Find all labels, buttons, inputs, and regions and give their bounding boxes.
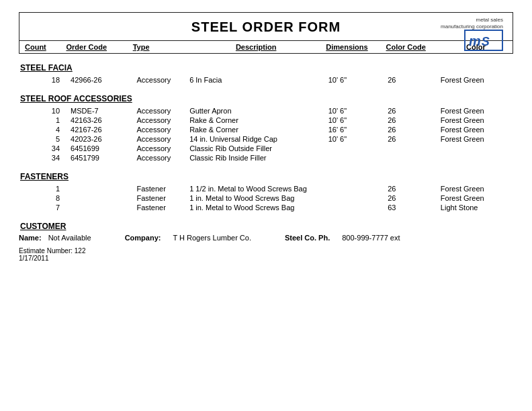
cell-type: Accessory (136, 135, 189, 143)
cell-color: Forest Green (441, 135, 513, 143)
cell-count: 1 (24, 185, 71, 193)
section-title-fasteners: FASTENERS (19, 172, 513, 181)
cell-colorcode: 26 (388, 116, 441, 124)
company-label: Company: (125, 234, 161, 242)
cell-type: Accessory (136, 126, 189, 134)
cell-description: 6 In Facia (189, 76, 328, 84)
cell-dimensions: 16' 6" (328, 126, 388, 134)
cell-color: Forest Green (441, 194, 513, 202)
estimate-section: Estimate Number: 122 1/17/2011 (19, 247, 513, 262)
cell-colorcode: 63 (388, 203, 441, 212)
table-row: 346451799AccessoryClassic Rib Inside Fil… (24, 153, 513, 163)
cell-type: Accessory (136, 154, 189, 162)
estimate-number-line: Estimate Number: 122 (19, 247, 513, 255)
col-header-colorcode: Color Code (386, 43, 439, 51)
name-label: Name: (19, 234, 42, 242)
header-box: STEEL ORDER FORM metal sales manufacturi… (19, 12, 513, 41)
cell-dimensions: 10' 6" (328, 135, 388, 143)
cell-ordercode: MSDE-7 (71, 107, 136, 115)
cell-color: Forest Green (441, 116, 513, 124)
cell-count: 1 (24, 116, 71, 124)
estimate-number-value: 122 (75, 247, 86, 255)
cell-ordercode: 6451699 (71, 144, 136, 152)
logo-area: metal sales manufacturing corporation mS (441, 17, 503, 51)
cell-description: 14 in. Universal Ridge Cap (189, 135, 328, 143)
cell-description: Rake & Corner (189, 116, 328, 124)
form-title: STEEL ORDER FORM (26, 19, 506, 35)
table-row: 8Fastener1 in. Metal to Wood Screws Bag2… (24, 193, 513, 203)
cell-type: Accessory (136, 76, 189, 84)
name-value: Not Available (48, 234, 91, 242)
customer-title: CUSTOMER (19, 222, 513, 231)
col-header-type: Type (133, 43, 186, 51)
cell-description: Rake & Corner (189, 126, 328, 134)
rows-steel-roof-accessories: 10MSDE-7AccessoryGutter Apron10' 6"26For… (19, 106, 513, 163)
table-row: 10MSDE-7AccessoryGutter Apron10' 6"26For… (24, 106, 513, 116)
cell-color: Forest Green (441, 126, 513, 134)
cell-ordercode: 6451799 (71, 154, 136, 162)
cell-colorcode: 26 (388, 194, 441, 202)
cell-count: 4 (24, 126, 71, 134)
section-steel-facia: STEEL FACIA1842966-26Accessory6 In Facia… (19, 63, 513, 85)
cell-color: Forest Green (441, 76, 513, 84)
table-row: 7Fastener1 in. Metal to Wood Screws Bag6… (24, 203, 513, 212)
cell-ordercode: 42167-26 (71, 126, 136, 134)
rows-steel-facia: 1842966-26Accessory6 In Facia10' 6"26For… (19, 75, 513, 85)
cell-dimensions: 10' 6" (328, 116, 388, 124)
cell-count: 5 (24, 135, 71, 143)
cell-colorcode: 26 (388, 107, 441, 115)
cell-count: 18 (24, 76, 71, 84)
logo-abbr-box: mS (464, 30, 503, 51)
cell-color: Forest Green (441, 185, 513, 193)
cell-colorcode: 26 (388, 76, 441, 84)
cell-colorcode: 26 (388, 126, 441, 134)
cell-dimensions: 10' 6" (328, 76, 388, 84)
estimate-number-label: Estimate Number: (19, 247, 73, 255)
table-row: 142163-26AccessoryRake & Corner10' 6"26F… (24, 116, 513, 125)
phone-label: Steel Co. Ph. (285, 234, 330, 242)
cell-type: Fastener (136, 185, 189, 193)
cell-colorcode: 26 (388, 135, 441, 143)
cell-count: 34 (24, 144, 71, 152)
column-headers: Count Order Code Type Description Dimens… (19, 41, 513, 54)
section-title-steel-facia: STEEL FACIA (19, 63, 513, 73)
cell-type: Accessory (136, 107, 189, 115)
col-header-description: Description (186, 43, 326, 51)
company-value: T H Rogers Lumber Co. (173, 234, 251, 242)
cell-colorcode: 26 (388, 185, 441, 193)
cell-count: 7 (24, 203, 71, 212)
page: STEEL ORDER FORM metal sales manufacturi… (0, 0, 532, 411)
cell-description: 1 in. Metal to Wood Screws Bag (189, 203, 328, 212)
cell-dimensions: 10' 6" (328, 107, 388, 115)
cell-type: Fastener (136, 194, 189, 202)
cell-description: Gutter Apron (189, 107, 328, 115)
cell-count: 8 (24, 194, 71, 202)
estimate-date: 1/17/2011 (19, 255, 513, 262)
cell-ordercode: 42966-26 (71, 76, 136, 84)
cell-color: Forest Green (441, 107, 513, 115)
customer-row: Name: Not Available Company: T H Rogers … (19, 234, 513, 242)
cell-ordercode: 42163-26 (71, 116, 136, 124)
table-row: 442167-26AccessoryRake & Corner16' 6"26F… (24, 125, 513, 134)
logo-abbr: mS (469, 31, 498, 48)
cell-ordercode: 42023-26 (71, 135, 136, 143)
svg-text:mS: mS (469, 34, 490, 48)
col-header-dimensions: Dimensions (326, 43, 386, 51)
section-title-steel-roof-accessories: STEEL ROOF ACCESSORIES (19, 94, 513, 103)
cell-type: Accessory (136, 144, 189, 152)
rows-fasteners: 1Fastener1 1/2 in. Metal to Wood Screws … (19, 184, 513, 212)
cell-count: 34 (24, 154, 71, 162)
section-steel-roof-accessories: STEEL ROOF ACCESSORIES10MSDE-7AccessoryG… (19, 94, 513, 163)
cell-description: Classic Rib Outside Filler (189, 144, 328, 152)
phone-value: 800-999-7777 ext (342, 234, 400, 242)
sections-container: STEEL FACIA1842966-26Accessory6 In Facia… (19, 63, 513, 212)
cell-description: Classic Rib Inside Filler (189, 154, 328, 162)
cell-type: Accessory (136, 116, 189, 124)
table-row: 542023-26Accessory14 in. Universal Ridge… (24, 134, 513, 144)
section-fasteners: FASTENERS1Fastener1 1/2 in. Metal to Woo… (19, 172, 513, 212)
logo-brand: metal sales manufacturing corporation (441, 17, 503, 30)
cell-description: 1 1/2 in. Metal to Wood Screws Bag (189, 185, 328, 193)
col-header-count: Count (19, 43, 66, 51)
customer-section: CUSTOMER Name: Not Available Company: T … (19, 222, 513, 242)
cell-color: Light Stone (441, 203, 513, 212)
